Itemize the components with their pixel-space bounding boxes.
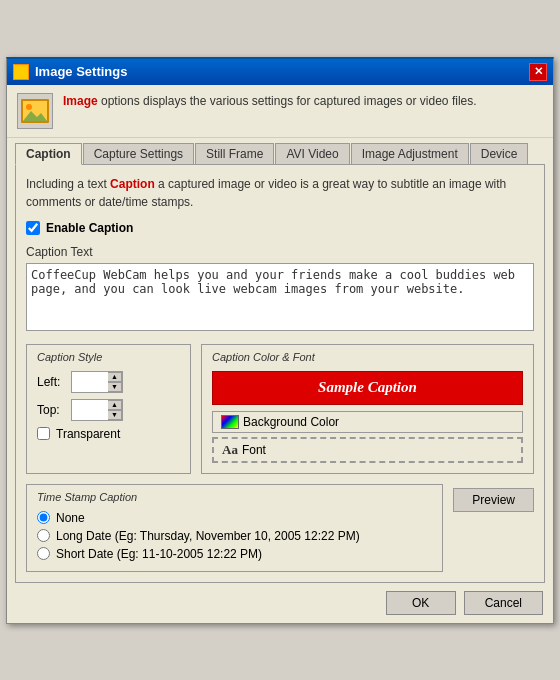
long-date-radio[interactable]	[37, 529, 50, 542]
font-button[interactable]: Aa Font	[212, 437, 523, 463]
short-date-radio[interactable]	[37, 547, 50, 560]
color-icon	[221, 415, 239, 429]
preview-button[interactable]: Preview	[453, 488, 534, 512]
image-settings-window: Image Settings ✕ Image options displays …	[6, 57, 554, 624]
left-row: Left: 0 ▲ ▼	[37, 371, 180, 393]
caption-style-title: Caption Style	[37, 351, 180, 363]
lower-row: Caption Style Left: 0 ▲ ▼ Top: 0	[26, 344, 534, 474]
caption-color-group: Caption Color & Font Sample Caption Back…	[201, 344, 534, 474]
svg-point-2	[26, 104, 32, 110]
tabs-area: Caption Capture Settings Still Frame AVI…	[7, 138, 553, 164]
bottom-row: Time Stamp Caption None Long Date (Eg: T…	[26, 484, 534, 572]
left-label: Left:	[37, 375, 65, 389]
header-text: Image options displays the various setti…	[63, 93, 477, 110]
top-spinbox: 0 ▲ ▼	[71, 399, 123, 421]
short-date-label: Short Date (Eg: 11-10-2005 12:22 PM)	[56, 547, 262, 561]
timestamp-group: Time Stamp Caption None Long Date (Eg: T…	[26, 484, 443, 572]
enable-caption-checkbox[interactable]	[26, 221, 40, 235]
sample-caption-button[interactable]: Sample Caption	[212, 371, 523, 405]
top-spin-up[interactable]: ▲	[108, 400, 122, 410]
none-radio[interactable]	[37, 511, 50, 524]
transparent-label: Transparent	[56, 427, 120, 441]
image-icon	[17, 93, 53, 129]
long-date-label: Long Date (Eg: Thursday, November 10, 20…	[56, 529, 360, 543]
caption-style-group: Caption Style Left: 0 ▲ ▼ Top: 0	[26, 344, 191, 474]
intro-highlight: Caption	[110, 177, 155, 191]
none-label: None	[56, 511, 85, 525]
left-spin-buttons: ▲ ▼	[108, 372, 122, 392]
tab-avi-video[interactable]: AVI Video	[275, 143, 349, 165]
top-row: Top: 0 ▲ ▼	[37, 399, 180, 421]
close-button[interactable]: ✕	[529, 63, 547, 81]
font-icon: Aa	[222, 442, 238, 458]
none-row: None	[37, 511, 432, 525]
preview-area: Preview	[453, 484, 534, 572]
long-date-row: Long Date (Eg: Thursday, November 10, 20…	[37, 529, 432, 543]
transparent-checkbox[interactable]	[37, 427, 50, 440]
timestamp-title: Time Stamp Caption	[37, 491, 432, 503]
tab-caption[interactable]: Caption	[15, 143, 82, 165]
window-icon	[13, 64, 29, 80]
tab-device[interactable]: Device	[470, 143, 529, 165]
transparent-row: Transparent	[37, 427, 180, 441]
title-bar: Image Settings ✕	[7, 59, 553, 85]
title-bar-left: Image Settings	[13, 64, 127, 80]
background-color-button[interactable]: Background Color	[212, 411, 523, 433]
header-area: Image options displays the various setti…	[7, 85, 553, 138]
font-row: Aa Font	[212, 437, 523, 463]
top-spin-buttons: ▲ ▼	[108, 400, 122, 420]
top-value-input[interactable]: 0	[72, 400, 108, 420]
header-highlight: Image	[63, 94, 98, 108]
caption-color-title: Caption Color & Font	[212, 351, 523, 363]
header-description: options displays the various settings fo…	[98, 94, 477, 108]
short-date-row: Short Date (Eg: 11-10-2005 12:22 PM)	[37, 547, 432, 561]
tab-content: Including a text Caption a captured imag…	[15, 164, 545, 583]
enable-caption-label: Enable Caption	[46, 221, 133, 235]
left-value-input[interactable]: 0	[72, 372, 108, 392]
top-label: Top:	[37, 403, 65, 417]
tab-image-adjustment[interactable]: Image Adjustment	[351, 143, 469, 165]
left-spinbox: 0 ▲ ▼	[71, 371, 123, 393]
ok-button[interactable]: OK	[386, 591, 456, 615]
caption-intro: Including a text Caption a captured imag…	[26, 175, 534, 211]
window-title: Image Settings	[35, 64, 127, 79]
caption-text-input[interactable]: CoffeeCup WebCam helps you and your frie…	[26, 263, 534, 331]
font-label: Font	[242, 443, 266, 457]
bg-color-label: Background Color	[243, 415, 339, 429]
cancel-button[interactable]: Cancel	[464, 591, 543, 615]
enable-caption-row: Enable Caption	[26, 221, 534, 235]
caption-text-label: Caption Text	[26, 245, 534, 259]
tab-capture-settings[interactable]: Capture Settings	[83, 143, 194, 165]
intro-before: Including a text	[26, 177, 110, 191]
top-spin-down[interactable]: ▼	[108, 410, 122, 420]
tab-still-frame[interactable]: Still Frame	[195, 143, 274, 165]
left-spin-up[interactable]: ▲	[108, 372, 122, 382]
left-spin-down[interactable]: ▼	[108, 382, 122, 392]
ok-cancel-area: OK Cancel	[7, 583, 553, 623]
bg-color-row: Background Color	[212, 411, 523, 433]
